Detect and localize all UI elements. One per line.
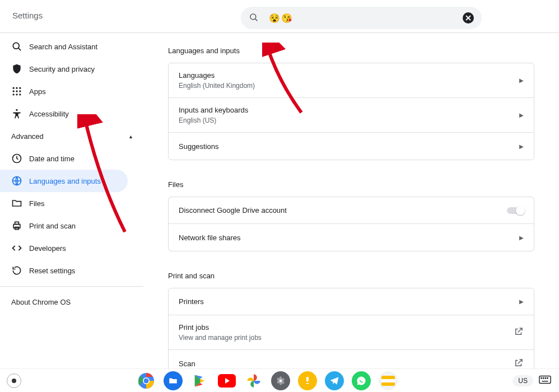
files-app-icon[interactable] — [164, 371, 183, 390]
card-languages-inputs: Languages English (United Kingdom) ▶ Inp… — [168, 63, 534, 160]
chevron-up-icon: ▴ — [129, 133, 132, 139]
search-icon — [11, 41, 22, 52]
youtube-icon[interactable] — [217, 371, 236, 390]
card-files: Disconnect Google Drive account Network … — [168, 197, 534, 251]
header: Settings 😵😘 — [0, 0, 559, 31]
svg-point-15 — [16, 109, 17, 111]
whatsapp-icon[interactable] — [352, 371, 371, 390]
telegram-icon[interactable] — [325, 371, 344, 390]
svg-point-9 — [13, 90, 15, 92]
svg-point-8 — [19, 87, 21, 89]
external-link-icon — [514, 358, 524, 369]
chevron-right-icon: ▶ — [519, 112, 524, 118]
section-title-files: Files — [168, 180, 534, 189]
sidebar-section-advanced[interactable]: Advanced ▴ — [0, 125, 143, 147]
sidebar-item-label: Date and time — [29, 155, 74, 163]
app-icon[interactable] — [379, 371, 398, 390]
page-title: Settings — [12, 11, 43, 20]
accessibility-icon — [11, 108, 22, 119]
sidebar-item-label: Languages and inputs — [29, 177, 101, 185]
row-title: Network file shares — [179, 234, 519, 242]
chevron-right-icon: ▶ — [519, 298, 524, 305]
row-title: Disconnect Google Drive account — [179, 206, 507, 214]
toggle-disconnect-drive[interactable] — [507, 207, 524, 214]
sidebar: Search and Assistant Security and privac… — [0, 33, 143, 369]
row-disconnect-drive[interactable]: Disconnect Google Drive account — [169, 197, 534, 224]
row-title: Inputs and keyboards — [179, 106, 519, 114]
taskbar-status-tray: US — [513, 375, 551, 386]
apps-grid-icon — [11, 86, 22, 97]
sidebar-item-files[interactable]: Files — [0, 192, 128, 214]
svg-line-1 — [255, 18, 258, 21]
row-inputs-keyboards[interactable]: Inputs and keyboards English (US) ▶ — [169, 98, 534, 133]
sidebar-item-date-time[interactable]: Date and time — [0, 147, 128, 170]
svg-point-12 — [13, 94, 15, 95]
clock-icon — [11, 153, 22, 164]
keep-icon[interactable] — [298, 371, 317, 390]
row-print-jobs[interactable]: Print jobs View and manage print jobs — [169, 315, 534, 350]
section-title-languages: Languages and inputs — [168, 46, 534, 55]
card-print-scan: Printers ▶ Print jobs View and manage pr… — [168, 288, 534, 369]
external-link-icon — [514, 326, 524, 338]
settings-app-icon[interactable] — [271, 371, 290, 390]
reset-icon — [11, 265, 22, 276]
svg-point-4 — [13, 43, 19, 49]
row-title: Languages — [179, 71, 519, 80]
row-scan[interactable]: Scan — [169, 350, 534, 369]
sidebar-item-about[interactable]: About Chrome OS — [0, 291, 143, 313]
sidebar-item-label: Print and scan — [29, 222, 76, 230]
sidebar-item-accessibility[interactable]: Accessibility — [0, 102, 128, 125]
folder-icon — [11, 198, 22, 209]
play-store-icon[interactable] — [190, 371, 209, 390]
svg-point-30 — [543, 378, 544, 379]
svg-point-0 — [250, 14, 256, 20]
row-printers[interactable]: Printers ▶ — [169, 288, 534, 315]
sidebar-item-security[interactable]: Security and privacy — [0, 58, 128, 80]
row-suggestions[interactable]: Suggestions ▶ — [169, 133, 534, 160]
sidebar-item-label: Reset settings — [29, 267, 75, 275]
code-icon — [11, 242, 22, 254]
keyboard-icon[interactable] — [539, 375, 551, 386]
sidebar-section-label: Advanced — [11, 132, 44, 141]
shield-icon — [11, 63, 22, 74]
svg-point-11 — [19, 90, 21, 92]
main-content: Languages and inputs Languages English (… — [143, 33, 559, 369]
svg-point-13 — [16, 94, 17, 95]
row-languages[interactable]: Languages English (United Kingdom) ▶ — [169, 63, 534, 98]
sidebar-item-print-scan[interactable]: Print and scan — [0, 214, 128, 237]
globe-icon — [11, 175, 22, 186]
photos-icon[interactable] — [244, 371, 263, 390]
row-title: Print jobs — [179, 323, 514, 332]
search-input[interactable]: 😵😘 — [269, 13, 294, 24]
clear-search-button[interactable] — [463, 12, 474, 24]
row-title: Printers — [179, 297, 519, 306]
chrome-icon[interactable] — [137, 371, 156, 390]
row-title: Suggestions — [179, 142, 519, 151]
row-title: Scan — [179, 360, 514, 368]
sidebar-item-apps[interactable]: Apps — [0, 80, 128, 102]
taskbar: US — [0, 368, 559, 392]
launcher-button[interactable] — [7, 374, 21, 388]
sidebar-item-reset[interactable]: Reset settings — [0, 259, 128, 282]
svg-line-5 — [18, 48, 21, 50]
svg-point-6 — [13, 87, 15, 89]
row-subtitle: English (US) — [179, 116, 519, 124]
section-title-print-scan: Print and scan — [168, 272, 534, 280]
sidebar-item-languages-inputs[interactable]: Languages and inputs — [0, 170, 128, 192]
svg-rect-19 — [15, 222, 19, 224]
chevron-right-icon: ▶ — [519, 235, 524, 241]
search-box[interactable]: 😵😘 — [241, 7, 482, 29]
ime-indicator[interactable]: US — [513, 375, 533, 386]
sidebar-item-label: Files — [29, 199, 44, 208]
sidebar-item-label: Accessibility — [29, 110, 69, 118]
svg-point-7 — [16, 87, 17, 89]
row-subtitle: View and manage print jobs — [179, 334, 514, 342]
row-network-shares[interactable]: Network file shares ▶ — [169, 224, 534, 251]
svg-point-10 — [16, 90, 17, 92]
search-icon — [249, 12, 259, 24]
printer-icon — [11, 220, 22, 231]
svg-point-29 — [541, 378, 542, 379]
sidebar-item-search-assistant[interactable]: Search and Assistant — [0, 35, 128, 58]
sidebar-item-label: Security and privacy — [29, 65, 95, 73]
sidebar-item-developers[interactable]: Developers — [0, 237, 128, 259]
